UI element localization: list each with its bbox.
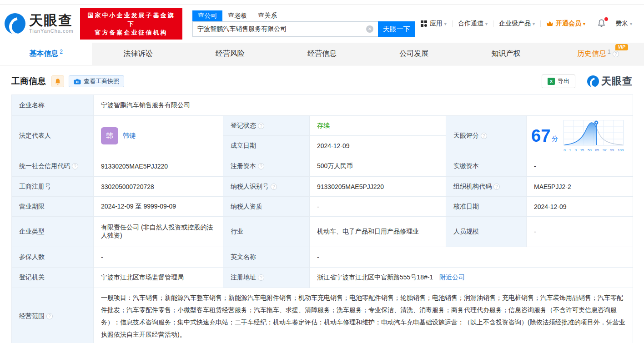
help-icon[interactable]: ? [481,133,487,139]
score-value: 67 [531,127,550,144]
notifications-button[interactable] [591,19,610,29]
tab-label: 历史信息 [577,49,606,59]
field-label: 核准日期 [446,197,527,217]
notification-dot [604,17,608,21]
nav-open-vip[interactable]: 开通会员 ▾ [541,20,591,28]
field-label: 人员规模 [446,217,527,247]
nav-apps[interactable]: 应用 ▾ [415,20,452,28]
help-icon[interactable]: ? [258,274,264,281]
search-tabs: 查公司 查老板 查关系 [192,10,415,21]
tab-history-info[interactable]: VIP 历史信息 1 ? [552,43,644,65]
badge-line2: 官方备案企业征信机构 [85,28,178,37]
field-label: 注册地址 ? [223,268,310,288]
search-tab-relation[interactable]: 查关系 [252,10,282,21]
field-label: 登记机关 [12,268,94,288]
table-row: 企业名称 宁波智鹏汽车销售服务有限公司 [12,95,633,116]
gov-certification-badge: 国家中小企业发展子基金旗下 官方备案企业征信机构 [80,8,182,40]
help-icon[interactable]: ? [493,184,500,190]
tab-label: 知识产权 [492,49,521,59]
field-label: 登记状态 ? [223,116,310,136]
company-name-value: 宁波智鹏汽车销售服务有限公司 [94,95,633,116]
establish-date-value: 2024-12-09 [310,136,446,156]
section-title: 工商信息 [11,75,46,87]
staff-size-value: - [527,217,633,247]
chevron-down-icon: ▾ [444,21,447,26]
help-icon[interactable]: ? [258,163,264,169]
nav-partner-label: 合作通道 [458,20,483,28]
tab-basic-info[interactable]: 基本信息 2 [0,43,92,65]
username: 费米 [615,20,628,28]
legal-rep-cell: 韩 韩键 [94,116,223,156]
search-tab-company[interactable]: 查公司 [192,10,222,21]
field-label: 注册资本 ? [223,156,310,177]
reg-address-cell: 浙江省宁波市江北区中官新路555号18#-1 附近公司 [310,268,633,288]
nearby-companies-link[interactable]: 附近公司 [439,273,465,281]
field-label: 参保人数 [12,247,94,268]
chevron-down-icon: ▾ [583,21,585,26]
tab-label: 法律诉讼 [123,49,152,59]
tab-legal-litigation[interactable]: 法律诉讼 [92,43,184,65]
nav-user-menu[interactable]: 费米 ▾ [610,20,638,28]
table-row: 工商注册号 330205000720728 纳税人识别号 ? 91330205M… [12,177,633,197]
tab-count: 1 [608,49,611,55]
subscribe-bell-button[interactable] [51,75,64,87]
reg-authority-value: 宁波市江北区市场监督管理局 [94,268,223,288]
apps-grid-icon [421,20,427,27]
table-row: 经营范围 ? 一般项目：汽车销售；新能源汽车整车销售；新能源汽车电附件销售；机动… [12,288,633,343]
bell-icon [598,19,605,27]
field-label: 行业 [223,217,310,247]
view-business-snapshot-button[interactable]: 查看工商快照 [69,75,124,87]
watermark-text: 天眼查 [601,75,633,88]
export-button[interactable]: x 导出 [542,75,575,88]
tianyancha-logo-icon [587,75,599,87]
tab-business-info[interactable]: 经营信息 [276,43,368,65]
chevron-down-icon: ▾ [533,21,535,26]
field-label: 纳税人资质 [223,197,310,217]
company-type-value: 有限责任公司 (非自然人投资或控股的法人独资) [94,217,223,247]
field-label: 工商注册号 [12,177,94,197]
help-icon[interactable]: ? [271,184,277,190]
tab-intellectual-property[interactable]: 知识产权 [460,43,552,65]
search-input[interactable] [192,21,378,37]
nav-vip-label: 开通会员 [556,20,581,28]
vip-badge: VIP [615,44,628,50]
crown-icon [546,20,553,27]
nav-partner-channel[interactable]: 合作通道 ▾ [453,20,493,28]
site-logo[interactable]: 天眼查 TianYanCha.com [5,13,74,34]
chevron-down-icon: ▾ [630,21,632,26]
reg-address-value: 浙江省宁波市江北区中官新路555号18#-1 [317,273,433,281]
field-label: 企业类型 [12,217,94,247]
tab-business-risk[interactable]: 经营风险 [184,43,276,65]
top-nav: 应用 ▾ 合作通道 ▾ 企业级产品 ▾ 开通会员 ▾ [415,19,638,29]
company-detail-tabs: 基本信息 2 法律诉讼 经营风险 经营信息 公司发展 知识产权 VIP 历史信息… [0,43,644,65]
business-term-value: 2024-12-09 至 9999-09-09 [94,197,223,217]
nav-enterprise-products[interactable]: 企业级产品 ▾ [493,20,540,28]
excel-icon: x [548,78,555,85]
tianyancha-watermark: 天眼查 [587,75,633,88]
brand-domain: TianYanCha.com [29,28,74,34]
brand-name: 天眼查 [29,14,74,27]
tab-company-development[interactable]: 公司发展 [368,43,460,65]
search-tab-boss[interactable]: 查老板 [222,10,252,21]
field-label: 天眼评分 ? [446,116,527,156]
tab-label: 经营风险 [216,49,245,59]
field-label: 经营范围 ? [12,288,94,343]
legal-rep-link[interactable]: 韩键 [123,132,136,140]
tyc-score-cell: 67 分 [527,116,633,156]
org-code-value: MAE5PJJ2-2 [527,177,633,197]
field-label: 组织机构代码 ? [446,177,527,197]
field-label: 成立日期 [223,136,310,156]
help-icon[interactable]: ? [613,51,619,57]
score-distribution-chart: 01 315 5085 9799 100 [564,120,624,152]
reg-status-value: 存续 [310,116,446,136]
help-icon[interactable]: ? [72,163,78,169]
table-row: 营业期限 2024-12-09 至 9999-09-09 纳税人资质 - 核准日… [12,197,633,217]
clear-search-icon[interactable]: ✕ [366,25,373,33]
field-label: 英文名称 [223,247,310,268]
table-row: 登记机关 宁波市江北区市场监督管理局 注册地址 ? 浙江省宁波市江北区中官新路5… [12,268,633,288]
legal-rep-avatar[interactable]: 韩 [101,127,118,144]
help-icon[interactable]: ? [46,313,53,319]
search-submit-button[interactable]: 天眼一下 [378,21,415,37]
field-label: 实缴资本 [446,156,527,177]
help-icon[interactable]: ? [258,123,264,129]
